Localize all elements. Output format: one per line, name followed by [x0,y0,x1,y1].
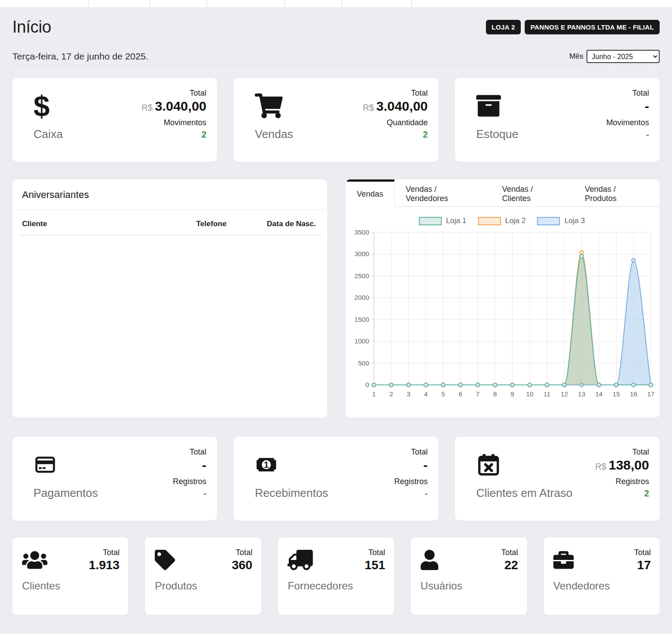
metric-label: Total [595,448,649,457]
tab-vendas-vendedores[interactable]: Vendas / Vendedores [395,179,491,206]
metric-value: R$138,00 [595,458,649,473]
chart-tabs: Vendas Vendas / Vendedores Vendas / Clie… [346,179,660,207]
dollar-icon: $ [34,93,50,119]
metric-value: 22 [501,558,518,572]
svg-text:16: 16 [630,390,637,398]
legend-swatch [478,217,501,225]
card-label: Recebimentos [255,486,328,500]
svg-text:17: 17 [647,390,655,398]
sales-chart-panel: Vendas Vendas / Vendedores Vendas / Clie… [346,179,660,418]
metric-value: 360 [232,558,253,572]
svg-text:2000: 2000 [355,294,369,301]
metric-count: - [394,489,428,499]
legend-item[interactable]: Loja 3 [537,216,585,225]
metric-label: Total [365,548,385,557]
metric-value: 151 [365,558,385,572]
svg-text:6: 6 [459,390,462,398]
legend-item[interactable]: Loja 2 [478,216,526,225]
card-usuarios: Total 22 Usuários [411,537,527,615]
metric-label: Movimentos [606,118,649,127]
truck-icon [287,550,313,572]
nav-separator [150,0,150,7]
legend-label: Loja 3 [564,216,585,225]
legend-label: Loja 2 [505,216,526,225]
card-label: Clientes em Atraso [476,486,572,500]
metric-count: 2 [595,489,649,499]
metric-value: R$3.040,00 [363,99,428,114]
card-fornecedores: Total 151 Fornecedores [278,537,394,615]
top-nav-bar[interactable] [0,0,672,8]
metric-count: 2 [363,130,428,140]
month-select[interactable]: Junho - 2025 [586,50,660,63]
chart-legend: Loja 1Loja 2Loja 3 [347,216,656,225]
legend-item[interactable]: Loja 1 [419,216,467,225]
metric-value: - [606,99,649,114]
card-caixa: $ Caixa Total R$3.040,00 Movimentos 2 [12,78,217,162]
cart-icon [255,93,283,120]
currency-prefix: R$ [142,103,153,112]
svg-text:14: 14 [595,390,603,398]
card-label: Fornecedores [287,580,353,592]
metric-label: Movimentos [142,118,206,127]
legend-swatch [419,217,442,225]
currency-prefix: R$ [363,103,374,112]
panel-title: Aniversariantes [12,179,327,210]
tab-vendas[interactable]: Vendas [346,179,395,207]
calendar-times-icon [476,452,501,479]
metric-label: Registros [173,477,206,486]
svg-text:1: 1 [372,390,376,398]
svg-text:13: 13 [578,390,586,398]
metric-label: Total [363,89,428,98]
svg-text:1000: 1000 [355,337,369,345]
card-vendedores: Total 17 Vendedores [544,537,660,615]
currency-prefix: R$ [595,462,607,471]
middle-cards-row: Pagamentos Total - Registros - 1 Recebim… [12,437,660,521]
legend-label: Loja 1 [446,216,467,225]
metric-label: Total [89,548,119,557]
column-cliente: Cliente [22,220,196,228]
metric-value: - [173,458,206,473]
card-clientes: Total 1.913 Clientes [12,537,128,615]
page-header: Início LOJA 2 PANNOS E PANNOS LTDA ME - … [12,18,660,37]
top-cards-row: $ Caixa Total R$3.040,00 Movimentos 2 Ve… [12,78,660,162]
store-badge: LOJA 2 [486,20,521,34]
svg-text:15: 15 [612,390,620,398]
metric-label: Registros [394,477,428,486]
svg-text:8: 8 [493,390,497,398]
card-label: Pagamentos [34,486,98,500]
user-icon [421,550,438,572]
svg-text:12: 12 [560,390,568,398]
users-icon [22,550,48,572]
metric-label: Total [173,448,206,457]
money-bill-icon: 1 [255,453,278,478]
metric-count: - [606,130,649,140]
card-produtos: Total 360 Produtos [145,537,261,615]
nav-separator [207,0,207,7]
current-date: Terça-feira, 17 de junho de 2025. [12,51,148,62]
metric-label: Total [394,448,428,457]
month-picker: Mês Junho - 2025 [569,50,660,63]
card-pagamentos: Pagamentos Total - Registros - [12,437,217,521]
sales-line-chart: 0500100015002000250030003500123456789101… [347,226,656,407]
column-telefone: Telefone [196,220,267,228]
briefcase-icon [553,550,574,572]
svg-text:2500: 2500 [355,272,369,280]
column-data-nasc: Data de Nasc. [267,220,317,228]
metric-count: - [173,489,206,499]
card-label: Caixa [34,127,63,141]
nav-separator [88,0,89,7]
svg-text:10: 10 [526,390,534,398]
svg-text:7: 7 [476,390,479,398]
aniversariantes-panel: Aniversariantes Cliente Telefone Data de… [12,179,327,418]
nav-separator [284,0,285,7]
company-badge: PANNOS E PANNOS LTDA ME - FILIAL [525,20,660,34]
month-label: Mês [569,52,583,61]
tab-vendas-produtos[interactable]: Vendas / Produtos [574,179,660,206]
birthday-table-header: Cliente Telefone Data de Nasc. [19,210,321,235]
metric-value: R$3.040,00 [142,99,206,114]
svg-text:5: 5 [441,390,445,398]
metric-label: Total [606,89,649,98]
metric-value: 1.913 [89,558,119,572]
tab-vendas-clientes[interactable]: Vendas / Clientes [491,179,574,206]
card-label: Usuários [421,580,463,592]
